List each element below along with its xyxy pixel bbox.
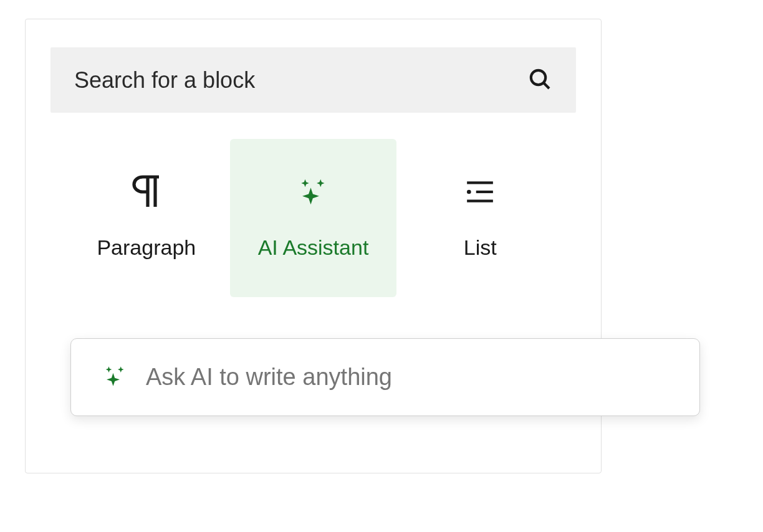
svg-point-0 (531, 70, 545, 84)
block-option-ai-assistant[interactable]: AI Assistant (230, 139, 397, 297)
search-icon (527, 67, 552, 94)
block-search-input[interactable]: Search for a block (50, 47, 576, 113)
search-placeholder-text: Search for a block (74, 67, 255, 93)
block-label: List (464, 235, 497, 260)
block-option-list[interactable]: List (396, 139, 564, 297)
block-option-paragraph[interactable]: Paragraph (63, 139, 230, 297)
block-options-row: Paragraph AI Assistant Li (50, 139, 576, 297)
block-label: Paragraph (97, 235, 196, 260)
sparkles-icon (297, 173, 330, 211)
ai-prompt-placeholder-text: Ask AI to write anything (146, 364, 392, 391)
sparkles-icon (102, 363, 128, 392)
svg-point-3 (467, 190, 471, 194)
paragraph-icon (132, 173, 161, 211)
ai-prompt-input[interactable]: Ask AI to write anything (70, 338, 700, 416)
list-icon (464, 173, 496, 211)
block-label: AI Assistant (258, 235, 369, 260)
svg-line-1 (544, 82, 549, 88)
